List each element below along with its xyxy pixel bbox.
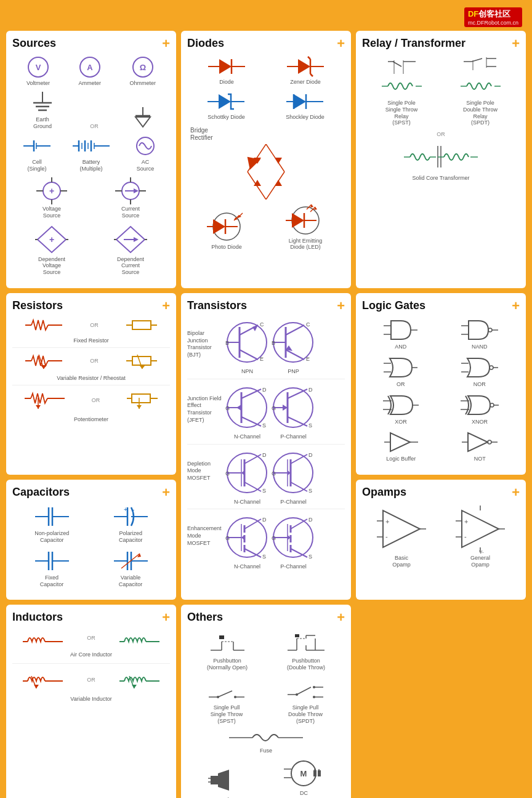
sources-header: Sources +	[12, 37, 170, 50]
res-or-text2: OR	[90, 358, 99, 364]
dep-mosfet-row: DepletionModeMOSFET G D S N-Channel	[187, 448, 345, 506]
ground2-symbol	[131, 105, 155, 128]
dep-voltage-label: DependentVoltageSource	[38, 256, 65, 276]
pushbtn-no-label: Pushbutton(Normally Open)	[207, 658, 248, 671]
svg-line-143	[240, 350, 258, 360]
svg-line-189	[291, 454, 307, 464]
svg-text:A: A	[87, 63, 93, 72]
earth-ground-symbol	[27, 92, 58, 115]
diode-label: Diode	[219, 79, 234, 86]
zener-diode-item: Zener Diode	[287, 55, 324, 86]
transformer-or-row: OR	[362, 131, 520, 137]
svg-marker-287	[34, 685, 39, 688]
others-row1: Pushbutton(Normally Open) Pushbutton(Dou…	[187, 629, 345, 671]
fixed-res-item1	[25, 318, 62, 332]
pushbtn-no-item: Pushbutton(Normally Open)	[207, 629, 248, 671]
transistors-header: Transistors +	[187, 299, 345, 313]
jfet-p-item: G D S P-Channel	[270, 383, 316, 440]
fixed-res-symbol1	[25, 318, 62, 332]
svg-text:S: S	[262, 488, 266, 494]
pushbtn-dt-item: Pushbutton(Double Throw)	[287, 629, 325, 671]
svg-line-179	[244, 454, 261, 464]
svg-line-151	[286, 350, 304, 360]
svg-text:G: G	[272, 470, 276, 477]
nor-gate-symbol	[461, 355, 498, 380]
pot-symbol1	[25, 389, 65, 411]
logo: DF创客社区 mc.DFRobot.com.cn	[464, 7, 522, 27]
pnp-label: PNP	[288, 368, 299, 375]
svg-line-310	[218, 691, 232, 697]
spst-relay-symbol	[382, 55, 422, 99]
jfet-p-symbol: G D S	[270, 383, 316, 432]
fuse-symbol	[229, 729, 303, 746]
var-res-item1	[25, 352, 62, 370]
others-header: Others +	[187, 611, 345, 624]
photo-diode-label: Photo Diode	[211, 244, 242, 251]
others-card: Others + Pushbutton(Normally Open)	[181, 605, 351, 798]
transistors-plus-icon: +	[337, 299, 345, 313]
enh-mosfet-label: EnhancementModeMOSFET	[187, 525, 224, 547]
battery-label: Battery(Multiple)	[79, 159, 102, 172]
dep-mosfet-p-label: P-Channel	[280, 499, 307, 506]
enh-mosfet-n-item: G D S N-Channel	[224, 513, 270, 570]
others-row2: Single PullSingle Throw(SPST) Single Pul…	[187, 676, 345, 724]
cap-row1: Non-polarizedCapacitor + - PolarizedCapa…	[12, 504, 170, 544]
svg-text:-: -	[132, 506, 134, 513]
others-title: Others	[187, 611, 223, 624]
npn-item: B C E NPN	[224, 318, 270, 375]
logic-gates-plus-icon: +	[512, 299, 520, 313]
top-bar: DF创客社区 mc.DFRobot.com.cn	[6, 6, 526, 28]
enh-mosfet-p-item: G D S P-Channel	[270, 513, 316, 570]
pnp-item: B C E PNP	[270, 318, 316, 375]
pot-label: Potentiometer	[12, 416, 170, 423]
svg-text:G: G	[225, 535, 230, 541]
ammeter-item: A Ammeter	[78, 55, 102, 87]
svg-rect-331	[318, 770, 321, 776]
svg-line-103	[472, 58, 482, 62]
var-ind-item2	[119, 669, 159, 691]
pol-cap-symbol: + -	[114, 504, 148, 529]
xor-gate-item: XOR	[383, 393, 419, 425]
svg-marker-122	[41, 365, 47, 369]
svg-marker-136	[137, 405, 142, 409]
transformer-or-text: OR	[437, 131, 445, 137]
nand-gate-item: NAND	[461, 318, 498, 350]
svg-line-170	[288, 417, 307, 426]
not-gate-label: NOT	[474, 456, 486, 462]
ohmmeter-symbol: Ω	[131, 55, 155, 79]
svg-marker-63	[294, 94, 306, 109]
spdt-relay-item: Single PoleDouble ThrowRelay(SPDT)	[461, 55, 501, 126]
dep-current-source-item: DependentCurrentSource	[114, 224, 147, 276]
logic-row1: AND NAND	[362, 318, 520, 350]
and-gate-item: AND	[384, 318, 417, 350]
resistors-row1: OR	[12, 318, 170, 332]
svg-line-180	[244, 482, 261, 491]
others-row4: Speaker M DCMotor	[187, 758, 345, 798]
svg-text:V-: V-	[479, 549, 484, 554]
resistors-plus-icon: +	[162, 299, 170, 313]
fuse-row: Fuse	[187, 729, 345, 754]
and-gate-symbol	[384, 318, 417, 342]
svg-line-56	[310, 74, 313, 76]
svg-marker-12	[135, 117, 150, 127]
diodes-card: Diodes + Diode	[181, 31, 351, 288]
svg-marker-49	[219, 59, 232, 74]
var-res-symbol1	[25, 352, 62, 370]
fixed-cap-item: FixedCapacitor	[35, 549, 69, 588]
spdt-item: Single PullDouble Throw(SPDT)	[288, 676, 323, 724]
svg-text:D: D	[308, 517, 313, 523]
fixed-res-label: Fixed Resistor	[12, 337, 170, 344]
ac-source-item: ACSource	[132, 134, 159, 172]
capacitors-plus-icon: +	[162, 486, 170, 499]
svg-line-315	[297, 687, 311, 695]
zener-diode-symbol	[287, 55, 324, 78]
svg-marker-59	[219, 94, 231, 109]
and-gate-label: AND	[395, 344, 406, 350]
enh-mosfet-p-symbol: G D S	[270, 513, 316, 562]
jfet-n-label: N-Channel	[234, 433, 260, 440]
ohmmeter-label: Ohmmeter	[130, 80, 156, 87]
transformer-label: Solid Core Transformer	[412, 175, 469, 182]
resistors-card: Resistors + OR Fixed Resist	[6, 293, 176, 475]
shockley-item: Shockley Diode	[286, 91, 324, 121]
fuse-label: Fuse	[260, 748, 272, 754]
